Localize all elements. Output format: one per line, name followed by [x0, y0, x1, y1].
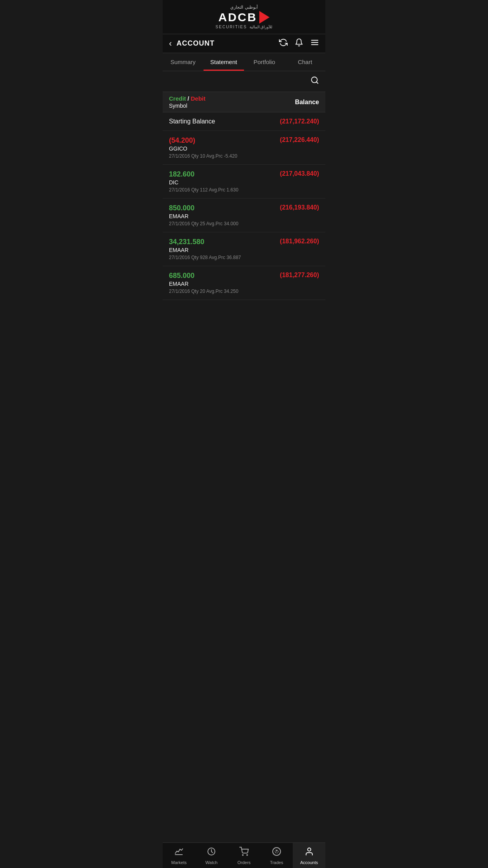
table-header-left: Credit / Debit Symbol	[169, 95, 205, 109]
securities-ar: للأوراق المالية	[250, 25, 273, 29]
row-symbol: DIC	[169, 179, 238, 186]
row-detail: 27/1/2016 Qty 20 Avg.Prc 34.250	[169, 289, 238, 294]
row-amount: 685.000	[169, 272, 238, 280]
table-row: 34,231.580 EMAAR 27/1/2016 Qty 928 Avg.P…	[163, 232, 325, 266]
tab-portfolio[interactable]: Portfolio	[244, 53, 285, 71]
row-balance: (217,043.840)	[280, 170, 319, 177]
slash-label: /	[187, 95, 189, 102]
row-detail: 27/1/2016 Qty 112 Avg.Prc 1.630	[169, 187, 238, 193]
row-detail: 27/1/2016 Qty 25 Avg.Prc 34.000	[169, 221, 238, 226]
securities-row: SECURITIES للأوراق المالية	[216, 25, 273, 29]
tab-statement[interactable]: Statement	[204, 53, 244, 71]
row-left: 34,231.580 EMAAR 27/1/2016 Qty 928 Avg.P…	[169, 238, 241, 260]
tabs-bar: Summary Statement Portfolio Chart	[163, 53, 325, 71]
adcb-letters: ADCB	[218, 11, 257, 24]
row-balance: (181,277.260)	[280, 272, 319, 279]
tab-chart[interactable]: Chart	[285, 53, 326, 71]
debit-label: Debit	[191, 95, 206, 102]
row-amount: (54.200)	[169, 136, 237, 145]
notification-icon[interactable]	[295, 38, 303, 49]
table-row: 182.600 DIC 27/1/2016 Qty 112 Avg.Prc 1.…	[163, 165, 325, 199]
menu-icon[interactable]	[310, 38, 319, 49]
credit-label: Credit	[169, 95, 186, 102]
row-detail: 27/1/2016 Qty 928 Avg.Prc 36.887	[169, 255, 241, 260]
credit-debit-row: Credit / Debit	[169, 95, 205, 102]
nav-bar: ‹ ACCOUNT	[163, 34, 325, 53]
symbol-column-label: Symbol	[169, 103, 205, 109]
row-detail: 27/1/2016 Qty 10 Avg.Prc -5.420	[169, 153, 237, 159]
arabic-logo-text: أبوظبي التجاري	[230, 5, 257, 10]
adcb-row: ADCB	[218, 11, 270, 24]
svg-line-4	[316, 82, 318, 83]
row-symbol: EMAAR	[169, 281, 238, 287]
row-left: 850.000 EMAAR 27/1/2016 Qty 25 Avg.Prc 3…	[169, 204, 238, 226]
row-left: Starting Balance	[169, 118, 215, 125]
row-balance: (217,226.440)	[280, 136, 319, 143]
row-amount: 34,231.580	[169, 238, 241, 246]
row-amount: 182.600	[169, 170, 238, 178]
row-symbol: EMAAR	[169, 247, 241, 253]
row-amount: 850.000	[169, 204, 238, 212]
search-bar	[163, 71, 325, 92]
row-left: (54.200) GGICO 27/1/2016 Qty 10 Avg.Prc …	[169, 136, 237, 159]
search-button[interactable]	[310, 76, 319, 87]
logo-wrapper: أبوظبي التجاري ADCB SECURITIES للأوراق ا…	[216, 5, 273, 29]
balance-column-label: Balance	[295, 99, 319, 106]
table-header: Credit / Debit Symbol Balance	[163, 92, 325, 112]
table-row: 685.000 EMAAR 27/1/2016 Qty 20 Avg.Prc 3…	[163, 266, 325, 300]
red-arrow-icon	[259, 11, 270, 24]
row-symbol: EMAAR	[169, 213, 238, 219]
starting-balance-label: Starting Balance	[169, 118, 215, 125]
row-left: 182.600 DIC 27/1/2016 Qty 112 Avg.Prc 1.…	[169, 170, 238, 193]
table-row: 850.000 EMAAR 27/1/2016 Qty 25 Avg.Prc 3…	[163, 199, 325, 232]
tab-summary[interactable]: Summary	[163, 53, 204, 71]
back-button[interactable]: ‹	[169, 39, 172, 49]
row-balance: (216,193.840)	[280, 204, 319, 211]
row-symbol: GGICO	[169, 145, 237, 152]
page-title: ACCOUNT	[176, 39, 279, 48]
starting-balance-value: (217,172.240)	[280, 118, 319, 125]
row-left: 685.000 EMAAR 27/1/2016 Qty 20 Avg.Prc 3…	[169, 272, 238, 294]
logo-bar: أبوظبي التجاري ADCB SECURITIES للأوراق ا…	[163, 0, 325, 34]
row-balance: (181,962.260)	[280, 238, 319, 245]
table-row: Starting Balance (217,172.240)	[163, 112, 325, 131]
nav-icons	[279, 38, 319, 49]
table-row: (54.200) GGICO 27/1/2016 Qty 10 Avg.Prc …	[163, 131, 325, 165]
statement-list: Starting Balance (217,172.240) (54.200) …	[163, 112, 325, 300]
securities-en: SECURITIES	[216, 25, 247, 29]
refresh-icon[interactable]	[279, 38, 288, 49]
